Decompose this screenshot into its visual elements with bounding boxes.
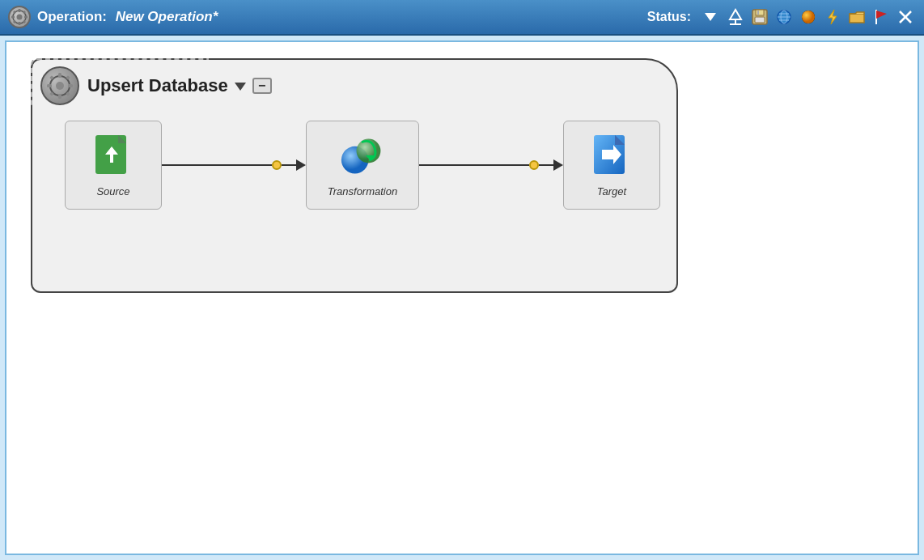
svg-point-31 <box>56 82 64 90</box>
svg-rect-33 <box>58 94 61 99</box>
connector-line-1b <box>282 164 296 166</box>
svg-rect-34 <box>47 84 52 87</box>
svg-marker-25 <box>829 10 837 24</box>
svg-rect-3 <box>19 22 21 25</box>
workflow-header: Upsert Database − <box>40 66 272 105</box>
workflow-gear-icon <box>40 66 79 105</box>
save-icon[interactable] <box>749 6 770 28</box>
connector-2 <box>419 159 563 171</box>
connector-dot-2 <box>529 160 539 170</box>
workflow-dropdown-button[interactable] <box>235 83 246 91</box>
svg-point-24 <box>802 11 815 23</box>
transformation-label: Transformation <box>328 185 397 197</box>
connector-line-2 <box>419 164 529 166</box>
connector-dot-1 <box>272 160 282 170</box>
target-icon <box>589 134 634 179</box>
workflow-collapse-button[interactable]: − <box>252 78 272 94</box>
workflow-title-group: Upsert Database − <box>87 75 272 96</box>
flow-diagram: Source <box>65 121 660 210</box>
source-label: Source <box>96 185 129 197</box>
source-icon <box>91 134 136 179</box>
toolbar-icons <box>725 6 916 28</box>
connector-line-1 <box>162 164 272 166</box>
svg-rect-15 <box>756 10 764 15</box>
svg-marker-11 <box>730 10 741 19</box>
transformation-node[interactable]: Transformation <box>306 121 419 210</box>
connector-line-2b <box>539 164 553 166</box>
workflow-title-text: Upsert Database <box>87 75 228 96</box>
svg-rect-4 <box>11 16 15 19</box>
svg-rect-35 <box>68 84 73 87</box>
target-node[interactable]: Target <box>563 121 660 210</box>
target-label: Target <box>597 185 626 197</box>
workflow-container: Upsert Database − S <box>31 58 678 293</box>
connector-arrow-1 <box>296 159 306 171</box>
folder-icon[interactable] <box>846 6 867 28</box>
connector-arrow-2 <box>553 159 563 171</box>
source-node[interactable]: Source <box>65 121 162 210</box>
title-bar-title: Operation: New Operation* <box>37 9 641 25</box>
status-dropdown[interactable] <box>702 9 718 25</box>
connector-1 <box>162 159 306 171</box>
globe-icon[interactable] <box>774 6 795 28</box>
share-icon[interactable] <box>725 6 746 28</box>
status-label: Status: <box>647 10 691 24</box>
close-button[interactable] <box>895 6 916 28</box>
svg-rect-32 <box>58 73 61 78</box>
title-bar: Operation: New Operation* Status: <box>0 0 924 36</box>
svg-rect-5 <box>24 16 28 19</box>
main-canvas: Upsert Database − S <box>5 40 919 555</box>
transformation-icon <box>340 134 385 179</box>
svg-rect-2 <box>19 9 21 12</box>
svg-rect-16 <box>755 17 765 23</box>
svg-marker-27 <box>876 11 887 19</box>
orange-ball-icon[interactable] <box>798 6 819 28</box>
lightning-icon[interactable] <box>822 6 843 28</box>
flag-icon[interactable] <box>871 6 892 28</box>
svg-marker-10 <box>705 13 716 21</box>
svg-rect-17 <box>757 11 759 15</box>
title-bar-gear-icon <box>8 6 31 28</box>
svg-point-1 <box>17 15 23 20</box>
